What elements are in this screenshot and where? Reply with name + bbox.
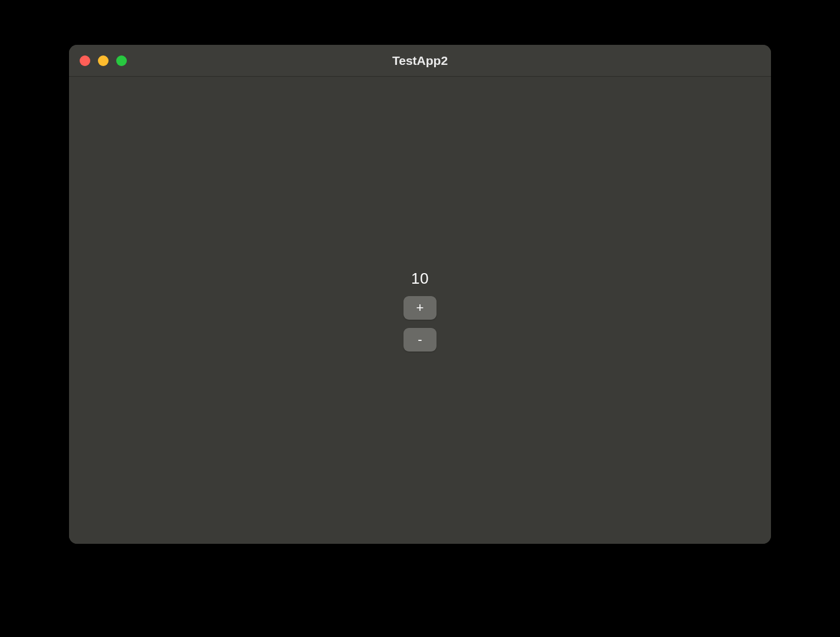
decrement-button[interactable]: -	[403, 328, 437, 352]
app-window: TestApp2 10 + -	[69, 45, 771, 544]
titlebar: TestApp2	[69, 45, 771, 77]
maximize-icon[interactable]	[116, 55, 127, 66]
content-area: 10 + -	[69, 77, 771, 544]
counter-value: 10	[411, 270, 429, 288]
window-title: TestApp2	[69, 54, 771, 68]
traffic-lights	[69, 55, 127, 66]
close-icon[interactable]	[80, 55, 90, 66]
increment-button[interactable]: +	[403, 296, 437, 320]
minimize-icon[interactable]	[98, 55, 109, 66]
